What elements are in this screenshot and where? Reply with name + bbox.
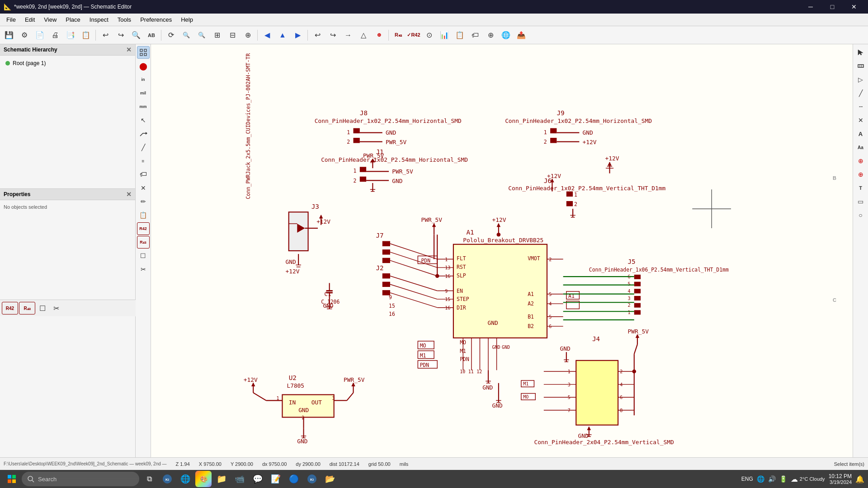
kicad-taskbar-button[interactable]: Ki	[159, 471, 175, 487]
save-button[interactable]: 💾	[2, 28, 16, 42]
kicad2-taskbar-button[interactable]: Ki	[304, 471, 320, 487]
unit-mm-button[interactable]: mm	[137, 100, 150, 113]
menu-edit[interactable]: Edit	[20, 14, 39, 25]
erc-button[interactable]: ↪	[326, 28, 340, 42]
undo-button[interactable]: ↩	[98, 28, 113, 42]
whatsapp-taskbar-button[interactable]: 💬	[250, 471, 266, 487]
ercheck-button[interactable]: R₄₂	[391, 28, 406, 42]
menu-help[interactable]: Help	[176, 14, 198, 25]
check-button[interactable]: ✓R42	[406, 28, 421, 42]
netlist-button[interactable]: →	[341, 28, 355, 42]
zoom-out-button[interactable]: 🔍	[194, 28, 209, 42]
clock-widget[interactable]: 10:12 PM 3/19/2024	[829, 473, 852, 485]
zoom-fit-button[interactable]: ⊞	[210, 28, 224, 42]
title-left: 📐 *week09, 2nd [week09, 2nd] — Schematic…	[4, 3, 132, 10]
find-button[interactable]: 🔍	[129, 28, 143, 42]
print-button[interactable]: 🖨	[48, 28, 62, 42]
label-button[interactable]: 🏷	[137, 168, 150, 181]
close-button[interactable]: ✕	[844, 0, 864, 14]
update-pcb-button[interactable]: 🏷	[468, 28, 482, 42]
font-rt-button[interactable]: Aa	[854, 141, 867, 154]
grid-button[interactable]	[137, 46, 150, 59]
panel-box-button[interactable]: ☐	[36, 302, 49, 314]
cursor-button[interactable]: ↖	[137, 114, 150, 127]
export-button[interactable]: 📤	[514, 28, 528, 42]
panel-scissors-button[interactable]: ✂	[50, 302, 62, 314]
maximize-button[interactable]: □	[822, 0, 843, 14]
cross-lt-button[interactable]: ✕	[137, 182, 150, 194]
settings-button[interactable]: ⚙	[17, 28, 32, 42]
taskbar-search[interactable]: Search	[22, 472, 139, 486]
zoom-100-button[interactable]: ⊕	[241, 28, 255, 42]
edit-button[interactable]: ✏	[137, 195, 150, 208]
bus-button[interactable]: ≡	[137, 155, 150, 167]
pcb-button[interactable]: 📋	[453, 28, 467, 42]
panel-r42-2-button[interactable]: R₄₂	[19, 302, 35, 314]
zoom-in-button[interactable]: 🔍	[179, 28, 193, 42]
browser-taskbar-button[interactable]: 🌐	[177, 471, 193, 487]
paint-taskbar-button[interactable]: 🎨	[195, 471, 212, 487]
plus-rt-button[interactable]: ⊕	[854, 155, 867, 167]
highlight-button[interactable]: ⬤	[137, 60, 150, 72]
explorer-taskbar-button[interactable]: 📂	[322, 471, 338, 487]
zoom-in-lt[interactable]: in	[137, 73, 150, 86]
new-sheet-button[interactable]: 📄	[33, 28, 47, 42]
menu-file[interactable]: File	[2, 14, 20, 25]
scissors-button[interactable]: ✂	[137, 263, 150, 276]
unit-mil-button[interactable]: mil	[137, 87, 150, 99]
start-button[interactable]	[4, 471, 20, 487]
edge-taskbar-button[interactable]: 🔵	[286, 471, 302, 487]
circle-rt-button[interactable]: ○	[854, 209, 867, 221]
video-taskbar-button[interactable]: 📹	[231, 471, 248, 487]
line-button[interactable]: ╱	[137, 141, 150, 154]
plus2-rt-button[interactable]: ⊕	[854, 168, 867, 181]
component-rt-button[interactable]	[854, 60, 867, 72]
properties-close-button[interactable]: ✕	[126, 191, 132, 198]
nav-forward-button[interactable]: ▶	[291, 28, 305, 42]
assign-button[interactable]: ⊙	[422, 28, 436, 42]
task-view-button[interactable]: ⧉	[141, 471, 157, 487]
panel-r42-button[interactable]: R42	[2, 302, 18, 314]
wire-rt-button[interactable]: ▷	[854, 73, 867, 86]
r42-2-button[interactable]: R₄₂	[137, 236, 150, 249]
copy-button[interactable]: 📋	[79, 28, 93, 42]
schematic-canvas[interactable]: B C J8 Conn_PinHeader_1x02_P2.54mm_Horiz…	[151, 44, 853, 457]
box-button[interactable]: ☐	[137, 249, 150, 262]
menu-place[interactable]: Place	[61, 14, 85, 25]
bom-button[interactable]: ⊕	[372, 28, 386, 42]
sticky-taskbar-button[interactable]: 📝	[268, 471, 284, 487]
line-rt-button[interactable]: ╱	[854, 87, 867, 99]
zoom-area-button[interactable]: ⊟	[225, 28, 240, 42]
text-rt-button[interactable]: A	[854, 127, 867, 140]
r42-button[interactable]: R42	[137, 222, 150, 235]
schematic-diagram[interactable]: J8 Conn_PinHeader_1x02_P2.54mm_Horizonta…	[151, 44, 853, 457]
kicad-button[interactable]: 🌐	[499, 28, 513, 42]
sym-button[interactable]: △	[356, 28, 371, 42]
text2-rt-button[interactable]: T	[854, 182, 867, 194]
wire-button[interactable]	[137, 127, 150, 140]
bom2-button[interactable]: 📊	[437, 28, 452, 42]
props-button[interactable]: 📋	[137, 209, 150, 221]
dashed-rt-button[interactable]: ╌	[854, 100, 867, 113]
minimize-button[interactable]: ─	[800, 0, 821, 14]
find2-button[interactable]: AB	[144, 28, 159, 42]
menu-view[interactable]: View	[39, 14, 61, 25]
cross-rt-button[interactable]: ✕	[854, 114, 867, 127]
redo-button[interactable]: ↪	[113, 28, 128, 42]
select-rt-button[interactable]	[854, 46, 867, 59]
annotate-button[interactable]: ↩	[310, 28, 325, 42]
nav-up-button[interactable]: ▲	[275, 28, 290, 42]
files-taskbar-button[interactable]: 📁	[213, 471, 230, 487]
nav-back-button[interactable]: ◀	[260, 28, 274, 42]
menu-inspect[interactable]: Inspect	[85, 14, 113, 25]
menu-tools[interactable]: Tools	[113, 14, 136, 25]
print2-button[interactable]: 📑	[63, 28, 78, 42]
hierarchy-close-button[interactable]: ✕	[126, 46, 132, 53]
script-button[interactable]: ⊕	[483, 28, 498, 42]
refresh-button[interactable]: ⟳	[164, 28, 178, 42]
menu-preferences[interactable]: Preferences	[136, 14, 176, 25]
hierarchy-root-item[interactable]: Root (page 1)	[4, 59, 132, 67]
weather-widget[interactable]: ☁ 2°C Cloudy	[791, 475, 825, 483]
notification-icon[interactable]: 🔔	[855, 475, 864, 483]
rect-rt-button[interactable]: ▭	[854, 195, 867, 208]
